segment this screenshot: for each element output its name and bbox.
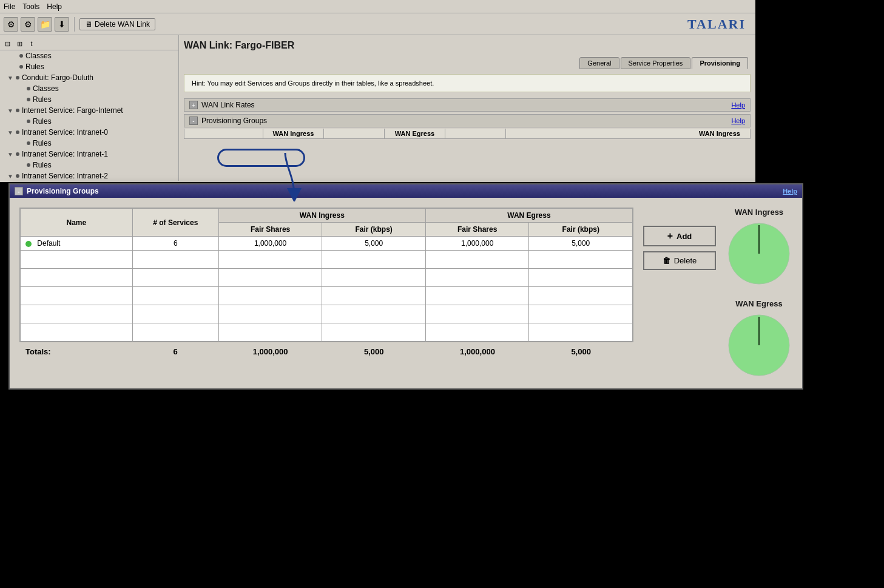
sidebar-item-intranet-2[interactable]: ▼Intranet Service: Intranet-2 xyxy=(0,171,178,181)
sidebar-item-rules-3[interactable]: Rules xyxy=(0,116,178,127)
hint-box: Hint: You may edit Services and Groups d… xyxy=(184,74,751,92)
table-area: Name # of Services WAN Ingress WAN Egres… xyxy=(19,208,633,361)
empty-row-4 xyxy=(21,305,633,323)
row-name-text: Default xyxy=(37,239,60,248)
status-dot xyxy=(25,241,32,247)
download-icon[interactable]: ⬇ xyxy=(55,17,69,32)
menu-help[interactable]: Help xyxy=(47,2,62,11)
sidebar-item-internet-service[interactable]: ▼Internet Service: Fargo-Internet xyxy=(0,105,178,116)
tab-service-properties[interactable]: Service Properties xyxy=(621,57,691,69)
prov-table-container: Name # of Services WAN Ingress WAN Egres… xyxy=(19,208,633,342)
col-header-name: Name xyxy=(21,209,133,237)
sidebar-icon-t[interactable]: t xyxy=(27,39,36,49)
section-rates-left: + WAN Link Rates xyxy=(189,101,255,109)
section-prov-label: Provisioning Groups xyxy=(201,117,267,125)
empty-row-5 xyxy=(21,323,633,342)
row-egress-fair-kbps: 5,000 xyxy=(529,237,633,251)
col-header-num-services: # of Services xyxy=(132,209,218,237)
col-header-wan-egress: WAN Egress xyxy=(425,209,632,223)
provisioning-groups-dialog: - Provisioning Groups Help Name # of Ser… xyxy=(8,183,803,390)
add-button[interactable]: + Add xyxy=(643,226,716,246)
col-header-ingress-fair-shares: Fair Shares xyxy=(218,223,322,237)
button-panel: + Add 🗑 Delete xyxy=(643,208,716,270)
sidebar-item-intranet-0[interactable]: ▼Intranet Service: Intranet-0 xyxy=(0,127,178,138)
sidebar-item-conduit-fargo-duluth[interactable]: ▼Conduit: Fargo-Duluth xyxy=(0,72,178,83)
add-btn-label: Add xyxy=(676,232,692,241)
col-header-wan-ingress: WAN Ingress xyxy=(218,209,425,223)
sidebar-item-classes-2[interactable]: Classes xyxy=(0,83,178,94)
menu-tools[interactable]: Tools xyxy=(22,2,39,11)
sidebar-item-rules-1[interactable]: Rules xyxy=(0,61,178,72)
empty-row-1 xyxy=(21,251,633,269)
delete-btn-label: Delete xyxy=(674,256,697,265)
toolbar-separator xyxy=(74,17,75,32)
dialog-content: Name # of Services WAN Ingress WAN Egres… xyxy=(10,198,802,388)
row-name: Default xyxy=(21,237,133,251)
totals-ingress-fair-shares: 1,000,000 xyxy=(219,343,322,360)
right-panel: WAN Link: Fargo-FIBER General Service Pr… xyxy=(179,35,755,181)
sidebar: ⊟ ⊞ t Classes Rules ▼Conduit: Fargo-Dulu… xyxy=(0,35,179,181)
table-row[interactable]: Default 6 1,000,000 5,000 1,000,000 5,00… xyxy=(21,237,633,251)
dialog-title-bar: - Provisioning Groups Help xyxy=(10,184,802,198)
add-icon: + xyxy=(667,231,673,242)
dialog-title-text: Provisioning Groups xyxy=(27,187,99,195)
empty-row-2 xyxy=(21,269,633,287)
empty-row-3 xyxy=(21,287,633,305)
wan-ingress-gauge-section: WAN Ingress xyxy=(726,208,792,287)
wan-egress-gauge-section: WAN Egress xyxy=(726,299,792,379)
sidebar-icon-minus[interactable]: ⊟ xyxy=(2,39,12,49)
section-rates-help[interactable]: Help xyxy=(731,101,745,109)
totals-num-services: 6 xyxy=(133,343,218,360)
wan-ingress-label: WAN Ingress xyxy=(735,208,783,217)
talari-logo: TALARI xyxy=(687,16,752,32)
sidebar-toolbar: ⊟ ⊞ t xyxy=(0,38,178,50)
delete-wan-link-button[interactable]: 🖥 Delete WAN Link xyxy=(79,18,155,30)
wan-egress-gauge xyxy=(726,312,792,379)
totals-egress-fair-shares: 1,000,000 xyxy=(427,343,529,360)
row-num-services: 6 xyxy=(132,237,218,251)
totals-egress-fair-kbps: 5,000 xyxy=(530,343,632,360)
section-prov-collapse: - xyxy=(189,117,198,125)
sidebar-item-rules-4[interactable]: Rules xyxy=(0,138,178,149)
sidebar-item-intranet-1[interactable]: ▼Intranet Service: Intranet-1 xyxy=(0,149,178,160)
tab-general[interactable]: General xyxy=(579,57,619,69)
toolbar: ⚙ ⚙ 📁 ⬇ 🖥 Delete WAN Link TALARI xyxy=(0,13,755,35)
gear-icon2[interactable]: ⚙ xyxy=(21,17,35,32)
row-ingress-fair-shares: 1,000,000 xyxy=(218,237,322,251)
menu-file[interactable]: File xyxy=(4,2,15,11)
col-header-egress-fair-shares: Fair Shares xyxy=(425,223,529,237)
dialog-title-left: - Provisioning Groups xyxy=(15,187,99,195)
sidebar-icon-plus[interactable]: ⊞ xyxy=(15,39,24,49)
row-egress-fair-shares: 1,000,000 xyxy=(425,237,529,251)
tab-bar: General Service Properties Provisioning xyxy=(184,57,751,69)
dialog-help-link[interactable]: Help xyxy=(783,188,797,195)
tab-provisioning[interactable]: Provisioning xyxy=(692,57,748,69)
dialog-collapse-btn[interactable]: - xyxy=(15,187,23,195)
hint-text: Hint: You may edit Services and Groups d… xyxy=(192,79,434,87)
provisioning-table: Name # of Services WAN Ingress WAN Egres… xyxy=(20,208,633,342)
provisioning-groups-section-header[interactable]: - Provisioning Groups Help xyxy=(184,114,751,127)
delete-button[interactable]: 🗑 Delete xyxy=(643,251,716,270)
sidebar-item-rules-2[interactable]: Rules xyxy=(0,94,178,105)
totals-row: Totals: 6 1,000,000 5,000 1,000,000 5,00… xyxy=(21,343,632,360)
section-prov-help[interactable]: Help xyxy=(731,117,745,124)
dialog-body-row: Name # of Services WAN Ingress WAN Egres… xyxy=(19,208,792,379)
gauge-container: WAN Ingress WAN Egress xyxy=(726,208,792,379)
section-rates-collapse: + xyxy=(189,101,198,109)
gear-icon1[interactable]: ⚙ xyxy=(4,17,18,32)
col-header-egress-fair-kbps: Fair (kbps) xyxy=(529,223,633,237)
delete-btn-label: Delete WAN Link xyxy=(95,20,150,29)
sidebar-item-classes-1[interactable]: Classes xyxy=(0,50,178,61)
totals-ingress-fair-kbps: 5,000 xyxy=(323,343,425,360)
col-header-ingress-fair-kbps: Fair (kbps) xyxy=(322,223,426,237)
section-prov-left: - Provisioning Groups xyxy=(189,117,267,125)
wan-ingress-gauge xyxy=(726,220,792,287)
wan-egress-label: WAN Egress xyxy=(735,299,782,308)
wan-link-rates-section[interactable]: + WAN Link Rates Help xyxy=(184,98,751,112)
panel-title: WAN Link: Fargo-FIBER xyxy=(184,40,751,51)
row-ingress-fair-kbps: 5,000 xyxy=(322,237,426,251)
section-rates-label: WAN Link Rates xyxy=(201,101,255,109)
folder-icon[interactable]: 📁 xyxy=(38,17,52,32)
delete-icon: 🖥 xyxy=(85,20,92,29)
sidebar-item-rules-5[interactable]: Rules xyxy=(0,160,178,171)
